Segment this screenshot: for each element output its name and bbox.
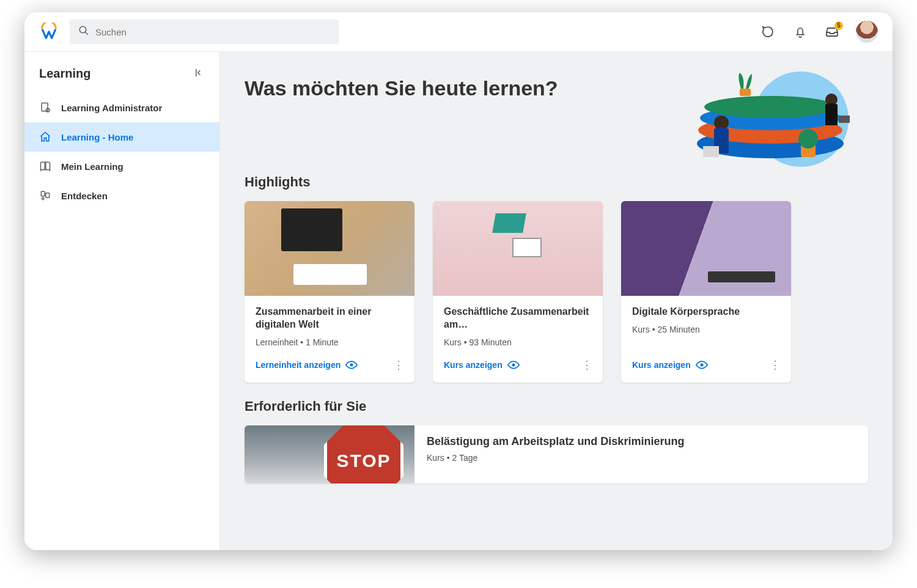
inbox-icon[interactable]: 5 [824, 24, 840, 40]
sidebar-item-label: Mein Learning [61, 161, 123, 172]
card-view-link[interactable]: Lerneinheit anzeigen [256, 360, 358, 370]
eye-icon [345, 361, 358, 369]
inbox-badge: 5 [834, 21, 843, 30]
svg-point-21 [512, 363, 515, 366]
card-menu-icon[interactable]: ⋮ [765, 356, 785, 374]
sidebar: Learning Learning Administrator Learning… [24, 52, 220, 550]
main-content: Was möchten Sie heute lernen? [220, 52, 893, 550]
required-card[interactable]: STOP Belästigung am Arbeitsplatz und Dis… [245, 425, 868, 483]
card-meta: Kurs • 93 Minuten [444, 337, 592, 347]
svg-rect-16 [839, 116, 850, 123]
book-icon [39, 160, 51, 172]
discover-icon [39, 189, 51, 202]
sidebar-item-label: Learning - Home [61, 132, 133, 142]
card-image [621, 201, 791, 296]
bell-icon[interactable] [792, 24, 808, 40]
avatar[interactable] [856, 21, 878, 43]
card-image [245, 201, 414, 296]
card-view-link[interactable]: Kurs anzeigen [632, 360, 708, 370]
eye-icon [696, 361, 708, 369]
card-menu-icon[interactable]: ⋮ [576, 356, 597, 374]
search-input[interactable] [95, 27, 330, 37]
svg-rect-19 [740, 89, 751, 96]
sidebar-item-mein-learning[interactable]: Mein Learning [24, 152, 219, 181]
card-meta: Lerneinheit • 1 Minute [256, 337, 403, 347]
svg-point-0 [79, 26, 86, 33]
card-link-label: Kurs anzeigen [444, 360, 503, 370]
card-title: Geschäftliche Zusammenarbeit am… [444, 306, 592, 331]
card-title: Zusammenarbeit in einer digitalen Welt [256, 306, 403, 331]
admin-icon [39, 101, 51, 114]
highlight-card[interactable]: Digitale Körpersprache Kurs • 25 Minuten… [621, 201, 791, 383]
card-menu-icon[interactable]: ⋮ [388, 356, 408, 374]
card-title: Belästigung am Arbeitsplatz und Diskrimi… [427, 435, 684, 448]
search-icon [78, 25, 89, 39]
svg-point-20 [350, 363, 353, 366]
eye-icon [507, 361, 520, 369]
section-title-highlights: Highlights [245, 174, 868, 190]
search-box[interactable] [70, 20, 339, 44]
stop-sign-icon: STOP [324, 425, 403, 483]
collapse-sidebar-icon[interactable] [194, 67, 205, 81]
svg-point-18 [798, 129, 818, 149]
required-section: Erforderlich für Sie STOP Belästigung am… [245, 399, 868, 483]
svg-point-22 [700, 363, 703, 366]
sidebar-title: Learning [39, 67, 90, 81]
workday-logo[interactable] [39, 22, 59, 42]
sidebar-item-entdecken[interactable]: Entdecken [24, 181, 219, 210]
highlights-section: Highlights Zusammenarbeit in einer digit… [245, 174, 868, 383]
sidebar-item-learning-administrator[interactable]: Learning Administrator [24, 93, 219, 122]
svg-rect-14 [703, 146, 719, 157]
card-image: STOP [245, 425, 414, 483]
svg-rect-5 [41, 191, 45, 196]
app-window: 5 Learning Learning Administrator [24, 12, 893, 550]
home-icon [39, 131, 51, 143]
svg-point-12 [704, 96, 836, 118]
card-meta: Kurs • 25 Minuten [632, 325, 780, 334]
top-bar: 5 [24, 12, 893, 52]
section-title-required: Erforderlich für Sie [245, 399, 868, 414]
sidebar-item-label: Learning Administrator [61, 103, 162, 113]
card-view-link[interactable]: Kurs anzeigen [444, 360, 520, 370]
hero-illustration [685, 70, 868, 168]
card-link-label: Lerneinheit anzeigen [256, 360, 341, 370]
body: Learning Learning Administrator Learning… [24, 52, 893, 550]
card-meta: Kurs • 2 Tage [427, 453, 684, 463]
svg-line-1 [85, 32, 88, 35]
sidebar-item-learning-home[interactable]: Learning - Home [24, 122, 219, 152]
svg-rect-6 [46, 193, 50, 198]
highlight-card[interactable]: Zusammenarbeit in einer digitalen Welt L… [245, 201, 414, 383]
sidebar-item-label: Entdecken [61, 191, 108, 201]
card-link-label: Kurs anzeigen [632, 360, 691, 370]
svg-rect-3 [42, 103, 48, 111]
card-image [433, 201, 603, 296]
svg-point-7 [42, 197, 44, 199]
hero: Was möchten Sie heute lernen? [245, 70, 868, 168]
card-title: Digitale Körpersprache [632, 306, 780, 318]
highlight-card[interactable]: Geschäftliche Zusammenarbeit am… Kurs • … [433, 201, 603, 383]
chat-icon[interactable] [760, 24, 776, 40]
top-icon-group: 5 [760, 21, 878, 43]
hero-title: Was möchten Sie heute lernen? [245, 76, 666, 100]
